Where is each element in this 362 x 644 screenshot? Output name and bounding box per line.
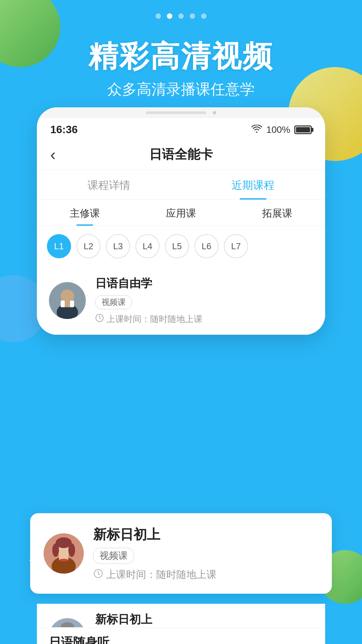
level-btn-l2[interactable]: L2: [76, 234, 101, 258]
status-right: 100%: [251, 124, 312, 135]
tab-course-detail[interactable]: 课程详情: [37, 170, 181, 200]
sub-tab-main[interactable]: 主修课: [37, 207, 133, 226]
course-time-2: 上课时间：随时随地上课: [93, 568, 318, 582]
level-btn-l3[interactable]: L3: [106, 234, 130, 258]
course-name-1: 日语自由学: [95, 276, 313, 291]
phone-mockup: 16:36 100% ‹ 日语全能卡 课程详情 近期课程: [37, 107, 325, 335]
sub-tab-applied[interactable]: 应用课: [133, 207, 229, 226]
clock-icon-1: [95, 314, 104, 325]
sub-tab-extended[interactable]: 拓展课: [229, 207, 325, 226]
status-time: 16:36: [50, 123, 78, 136]
phone-top-bar: [37, 107, 325, 118]
course-name-3: 新标日初上: [95, 612, 313, 627]
svg-point-12: [52, 543, 59, 557]
level-btn-l1[interactable]: L1: [47, 234, 71, 258]
floating-card[interactable]: 新标日初上 视频课 上课时间：随时随地上课: [30, 513, 332, 594]
course-item-1[interactable]: 日语自由学 视频课 上课时间：随时随地上课: [37, 266, 325, 335]
course-time-1: 上课时间：随时随地上课: [95, 313, 313, 325]
teacher-avatar-2: [44, 533, 84, 574]
teacher-avatar-1: [49, 282, 86, 319]
course-info-1: 日语自由学 视频课 上课时间：随时随地上课: [95, 276, 313, 325]
level-btn-l7[interactable]: L7: [224, 234, 248, 258]
dot-3[interactable]: [178, 13, 184, 19]
page-title: 日语全能卡: [149, 146, 213, 163]
svg-point-14: [59, 559, 68, 561]
dot-5[interactable]: [201, 13, 206, 19]
phone-camera: [213, 111, 216, 114]
back-button[interactable]: ‹: [50, 145, 56, 164]
level-btn-l4[interactable]: L4: [135, 234, 160, 258]
dot-2[interactable]: [167, 13, 172, 19]
course-tag-1: 视频课: [95, 295, 132, 309]
level-btn-l6[interactable]: L6: [194, 234, 219, 258]
sub-tabs: 主修课 应用课 拓展课: [37, 200, 325, 226]
status-bar: 16:36 100%: [37, 118, 325, 139]
bottom-course-title: 日语随身听: [49, 634, 313, 644]
bottom-course-hint: 日语随身听: [37, 627, 325, 644]
hero-title: 精彩高清视频: [0, 40, 362, 73]
dot-1[interactable]: [156, 13, 161, 19]
battery-icon: [294, 125, 312, 134]
svg-rect-5: [70, 301, 74, 307]
dot-4[interactable]: [190, 13, 195, 19]
level-tabs: L1 L2 L3 L4 L5 L6 L7: [37, 226, 325, 266]
phone-notch: [146, 111, 206, 114]
battery-percent: 100%: [266, 124, 290, 135]
svg-rect-4: [61, 301, 65, 307]
course-name-2: 新标日初上: [93, 525, 318, 544]
wifi-icon: [251, 124, 262, 135]
clock-icon-2: [93, 569, 103, 581]
hero-section: 精彩高清视频 众多高清录播课任意学: [0, 27, 362, 99]
app-header: ‹ 日语全能卡: [37, 139, 325, 170]
level-btn-l5[interactable]: L5: [165, 234, 189, 258]
tab-recent-course[interactable]: 近期课程: [181, 170, 325, 200]
svg-point-13: [68, 543, 75, 557]
pagination-dots: [156, 13, 206, 19]
hero-subtitle: 众多高清录播课任意学: [0, 79, 362, 99]
course-tag-2: 视频课: [93, 548, 134, 564]
course-info-2: 新标日初上 视频课 上课时间：随时随地上课: [93, 525, 318, 582]
tab-bar: 课程详情 近期课程: [37, 170, 325, 200]
